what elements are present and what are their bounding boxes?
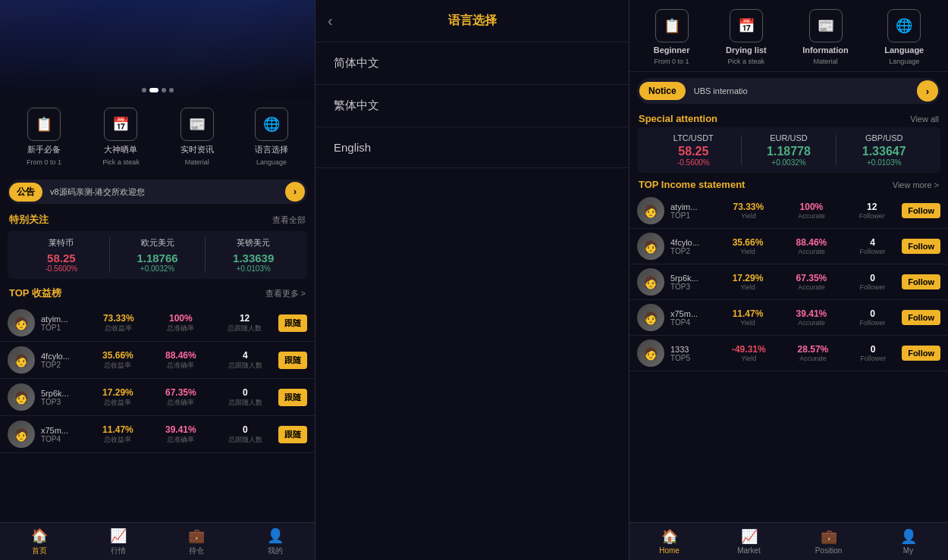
p3-language-label: Language bbox=[884, 45, 924, 55]
trader1-follow-btn[interactable]: 跟随 bbox=[278, 314, 307, 332]
p3-trader5-name: 1333 bbox=[670, 345, 716, 354]
p3-eur-col[interactable]: EUR/USD 1.18778 +0.0032% bbox=[742, 133, 837, 167]
p3-t5-followers: 0 bbox=[860, 344, 886, 355]
p3-language-item[interactable]: 🌐 Language Language bbox=[884, 9, 924, 65]
trader4-info: x75m... TOP4 bbox=[41, 426, 86, 443]
p3-trader4-stats: 11.47% Yield 39.41% Accurate 0 Follower bbox=[716, 308, 902, 327]
beginner-icon-item[interactable]: 📋 新手必备 From 0 to 1 bbox=[27, 108, 61, 166]
ltc-col[interactable]: 莱特币 58.25 -0.5600% bbox=[14, 237, 109, 273]
notice-bar[interactable]: 公告 v8源码亲测-港交所欢迎您 › bbox=[8, 180, 307, 204]
p3-trader4-follow-btn[interactable]: Follow bbox=[902, 310, 940, 325]
trader2-info: 4fcylo... TOP2 bbox=[41, 352, 86, 369]
p3-t2-yield-label: Yield bbox=[733, 248, 764, 255]
trader-row-2[interactable]: 🧑 4fcylo... TOP2 35.66% 总收益率 88.46% 总准确率… bbox=[0, 342, 315, 379]
beginner-icon: 📋 bbox=[27, 108, 61, 141]
p3-gbp-col[interactable]: GBP/USD 1.33647 +0.0103% bbox=[837, 133, 931, 167]
trader4-accurate-label: 总准确率 bbox=[165, 435, 196, 445]
drying-list-icon-item[interactable]: 📅 大神晒单 Pick a steak bbox=[102, 108, 140, 166]
p3-info-item[interactable]: 📰 Information Material bbox=[802, 9, 849, 65]
trader3-info: 5rp6k... TOP3 bbox=[41, 389, 86, 406]
trader2-follow-btn[interactable]: 跟随 bbox=[278, 352, 307, 369]
p3-trader3-avatar: 🧑 bbox=[637, 268, 664, 296]
nav-home[interactable]: 🏠 首页 bbox=[0, 527, 79, 556]
p3-trader-row-5[interactable]: 🧑 1333 TOP5 -49.31% Yield 28.57% Accurat… bbox=[629, 336, 948, 371]
p3-traders-list: 🧑 atyim... TOP1 73.33% Yield 100% Accura… bbox=[629, 193, 948, 371]
p3-eur-price: 1.18778 bbox=[742, 145, 837, 158]
trader1-accurate: 100% bbox=[167, 313, 194, 324]
notice-arrow-icon[interactable]: › bbox=[285, 182, 305, 202]
trader2-stats: 35.66% 总收益率 88.46% 总准确率 4 总跟随人数 bbox=[86, 350, 278, 371]
trader1-rank: TOP1 bbox=[41, 324, 86, 332]
info-icon: 📰 bbox=[180, 108, 214, 141]
p3-notice-bar[interactable]: Notice UBS internatio › bbox=[637, 78, 940, 104]
p3-viewall-link[interactable]: View all bbox=[910, 114, 939, 124]
nav-market[interactable]: 📈 行情 bbox=[79, 527, 158, 556]
p3-trader1-info: atyim... TOP1 bbox=[670, 202, 716, 220]
info-icon-item[interactable]: 📰 实时资讯 Material bbox=[180, 108, 214, 166]
p3-trader3-follow-btn[interactable]: Follow bbox=[902, 274, 940, 289]
my-label: 我的 bbox=[268, 546, 283, 556]
p3-trader2-follow-btn[interactable]: Follow bbox=[902, 239, 940, 254]
p3-nav-position[interactable]: 💼 Position bbox=[789, 528, 868, 555]
trader-row-3[interactable]: 🧑 5rp6k... TOP3 17.29% 总收益率 67.35% 总准确率 … bbox=[0, 379, 315, 416]
p3-ltc-col[interactable]: LTC/USDT 58.25 -0.5600% bbox=[646, 133, 741, 167]
p3-trader-row-2[interactable]: 🧑 4fcylo... TOP2 35.66% Yield 88.46% Acc… bbox=[629, 229, 948, 264]
p3-top-section-header: TOP Income statement View more > bbox=[629, 176, 948, 193]
p3-trader-row-4[interactable]: 🧑 x75m... TOP4 11.47% Yield 39.41% Accur… bbox=[629, 300, 948, 336]
p3-trader-row-3[interactable]: 🧑 5rp6k... TOP3 17.29% Yield 67.35% Accu… bbox=[629, 264, 948, 300]
p3-top-viewmore[interactable]: View more > bbox=[893, 180, 939, 189]
trader4-follow-btn[interactable]: 跟随 bbox=[278, 426, 307, 443]
trader2-accurate-col: 88.46% 总准确率 bbox=[165, 350, 196, 371]
drying-list-label: 大神晒单 bbox=[104, 144, 137, 155]
p3-trader-row-1[interactable]: 🧑 atyim... TOP1 73.33% Yield 100% Accura… bbox=[629, 193, 948, 229]
top-viewmore[interactable]: 查看更多 > bbox=[265, 288, 306, 299]
trader3-followers-label: 总跟随人数 bbox=[228, 398, 262, 408]
view-all-link[interactable]: 查看全部 bbox=[272, 214, 306, 226]
p3-nav-my[interactable]: 👤 My bbox=[868, 528, 948, 555]
trader-row-4[interactable]: 🧑 x75m... TOP4 11.47% 总收益率 39.41% 总准确率 0… bbox=[0, 416, 315, 453]
p3-beginner-item[interactable]: 📋 Beginner From 0 to 1 bbox=[654, 9, 690, 65]
lang-english[interactable]: English bbox=[315, 127, 629, 168]
p3-trader4-avatar: 🧑 bbox=[637, 304, 664, 331]
p3-t5-yield-col: -49.31% Yield bbox=[732, 344, 766, 362]
p3-t2-accurate-col: 88.46% Accurate bbox=[796, 237, 827, 255]
p3-trader1-follow-btn[interactable]: Follow bbox=[902, 203, 940, 218]
p3-nav-market[interactable]: 📈 Market bbox=[709, 528, 789, 555]
p3-bottom-nav: 🏠 Home 📈 Market 💼 Position 👤 My bbox=[629, 522, 948, 560]
p3-trader2-stats: 35.66% Yield 88.46% Accurate 4 Follower bbox=[716, 237, 902, 255]
trader1-yield: 73.33% bbox=[103, 313, 134, 324]
p3-t3-accurate-col: 67.35% Accurate bbox=[796, 273, 827, 291]
p3-t4-yield-label: Yield bbox=[733, 319, 764, 327]
p3-info-label: Information bbox=[802, 45, 849, 55]
p3-language-sublabel: Language bbox=[889, 58, 919, 65]
ltc-name: 莱特币 bbox=[14, 237, 109, 249]
language-icon: 🌐 bbox=[255, 108, 288, 141]
trader-row-1[interactable]: 🧑 atyim... TOP1 73.33% 总收益率 100% 总准确率 12… bbox=[0, 305, 315, 342]
trader3-yield: 17.29% bbox=[102, 387, 133, 398]
p3-trader5-rank: TOP5 bbox=[670, 354, 716, 362]
eur-col[interactable]: 欧元美元 1.18766 +0.0032% bbox=[110, 237, 206, 273]
lang-simplified-chinese[interactable]: 简体中文 bbox=[315, 42, 629, 85]
p3-drying-item[interactable]: 📅 Drying list Pick a steak bbox=[726, 9, 767, 65]
p3-t5-yield-label: Yield bbox=[732, 355, 766, 362]
lang-traditional-chinese[interactable]: 繁体中文 bbox=[315, 85, 629, 127]
language-icon-item[interactable]: 🌐 语言选择 Language bbox=[255, 108, 288, 166]
p3-t3-followers-label: Follower bbox=[860, 283, 886, 291]
language-title: 语言选择 bbox=[448, 13, 497, 29]
position-label: 持仓 bbox=[189, 546, 204, 556]
p3-t2-followers: 4 bbox=[860, 237, 886, 248]
p3-t3-yield-label: Yield bbox=[733, 283, 764, 291]
p3-notice-arrow-icon[interactable]: › bbox=[917, 80, 938, 102]
p3-nav-home[interactable]: 🏠 Home bbox=[629, 528, 709, 555]
trader4-followers: 0 bbox=[228, 424, 262, 435]
nav-my[interactable]: 👤 我的 bbox=[236, 527, 315, 556]
trader2-followers: 4 bbox=[228, 350, 262, 361]
back-button[interactable]: ‹ bbox=[328, 12, 333, 30]
nav-position[interactable]: 💼 持仓 bbox=[158, 527, 237, 556]
p3-t5-accurate-label: Accurate bbox=[798, 355, 829, 362]
gbp-col[interactable]: 英镑美元 1.33639 +0.0103% bbox=[206, 237, 301, 273]
info-label: 实时资讯 bbox=[180, 144, 214, 155]
trader3-follow-btn[interactable]: 跟随 bbox=[278, 389, 307, 406]
p3-trader5-follow-btn[interactable]: Follow bbox=[902, 346, 940, 361]
trader3-accurate-col: 67.35% 总准确率 bbox=[165, 387, 196, 408]
